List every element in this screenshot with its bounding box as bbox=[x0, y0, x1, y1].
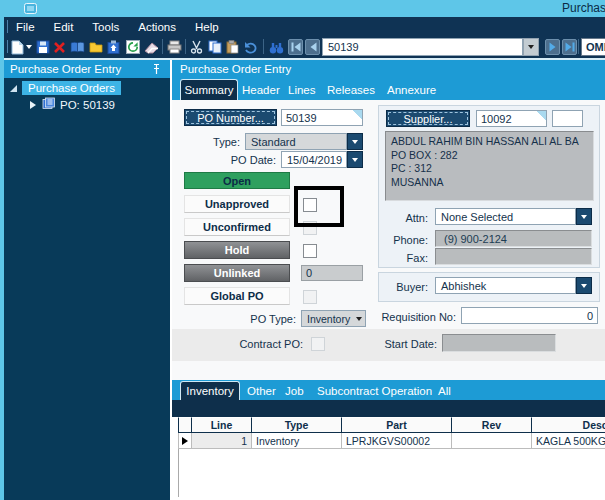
po-number-input[interactable]: 50139 bbox=[281, 109, 363, 126]
tab-summary[interactable]: Summary bbox=[180, 79, 238, 100]
address-line: PC : 312 bbox=[391, 162, 588, 176]
chevron-down-icon bbox=[352, 140, 358, 144]
delete-icon[interactable] bbox=[53, 39, 66, 55]
new-document-dropdown-icon[interactable] bbox=[26, 39, 32, 55]
status-open-button[interactable]: Open bbox=[184, 172, 290, 189]
grid-header-part[interactable]: Part bbox=[342, 417, 452, 433]
toolbar-separator bbox=[162, 39, 163, 54]
tree-node-purchase-orders[interactable]: Purchase Orders bbox=[22, 81, 121, 95]
open-book-icon[interactable] bbox=[70, 39, 85, 55]
undo-icon[interactable] bbox=[244, 39, 258, 55]
cell-description[interactable]: KAGLA 500KG/HR bbox=[532, 433, 605, 449]
menu-edit[interactable]: Edit bbox=[54, 21, 74, 33]
attn-value: None Selected bbox=[435, 208, 576, 225]
phone-field: (9) 900-2124 bbox=[435, 230, 592, 247]
record-combobox[interactable]: 50139 bbox=[322, 38, 539, 56]
po-number-button[interactable]: PO Number... bbox=[184, 109, 277, 126]
copy-icon[interactable] bbox=[208, 39, 222, 55]
tab-annexure[interactable]: Annexure bbox=[387, 84, 436, 96]
toolbar-separator bbox=[263, 39, 264, 54]
buyer-select[interactable]: Abhishek bbox=[435, 277, 592, 294]
po-book-icon bbox=[42, 97, 56, 112]
buyer-dropdown-button[interactable] bbox=[576, 277, 592, 294]
pin-icon[interactable] bbox=[152, 63, 161, 77]
tab-inventory[interactable]: Inventory bbox=[180, 381, 240, 400]
refresh-icon[interactable] bbox=[126, 39, 140, 55]
tab-other[interactable]: Other bbox=[247, 385, 276, 397]
grid-header-type[interactable]: Type bbox=[252, 417, 342, 433]
menu-file[interactable]: File bbox=[16, 21, 35, 33]
menu-help[interactable]: Help bbox=[195, 21, 219, 33]
window-left-border bbox=[0, 17, 4, 500]
next-record-button[interactable] bbox=[545, 39, 560, 55]
po-type-label: PO Type: bbox=[230, 313, 296, 325]
tab-header[interactable]: Header bbox=[242, 84, 280, 96]
status-unlinked-button[interactable]: Unlinked bbox=[184, 264, 290, 282]
tab-lines[interactable]: Lines bbox=[288, 84, 316, 96]
cell-part[interactable]: LPRJKGVS00002 bbox=[342, 433, 452, 449]
chevron-down-icon bbox=[528, 45, 534, 49]
supplier-button[interactable]: Supplier... bbox=[386, 110, 470, 127]
supplier-extra-input[interactable] bbox=[552, 110, 583, 127]
po-date-dropdown-button[interactable] bbox=[347, 151, 363, 168]
status-hold-button[interactable]: Hold bbox=[184, 241, 290, 259]
type-value: Standard bbox=[245, 133, 347, 150]
po-date-picker[interactable]: 15/04/2019 bbox=[281, 151, 363, 168]
grid-header-line[interactable]: Line bbox=[192, 417, 252, 433]
titlebar: Purchase bbox=[0, 0, 605, 17]
sidebar-header: Purchase Order Entry bbox=[4, 60, 170, 78]
chevron-down-icon bbox=[581, 215, 587, 219]
save-icon[interactable] bbox=[36, 39, 50, 55]
previous-record-button[interactable] bbox=[305, 39, 320, 55]
previous-record-icon bbox=[309, 42, 317, 52]
status-unapproved-button[interactable]: Unapproved bbox=[184, 195, 290, 213]
unlinked-count-field: 0 bbox=[301, 265, 363, 281]
requisition-label: Requisition No: bbox=[352, 311, 456, 323]
first-record-icon bbox=[291, 42, 301, 52]
status-unconfirmed-button[interactable]: Unconfirmed bbox=[184, 218, 290, 236]
requisition-input[interactable]: 0 bbox=[461, 307, 598, 324]
annotation-highlight-box bbox=[294, 186, 344, 227]
status-global-po-button[interactable]: Global PO bbox=[184, 287, 290, 305]
paste-icon[interactable] bbox=[226, 39, 239, 55]
type-dropdown-button[interactable] bbox=[347, 133, 363, 150]
new-document-icon[interactable] bbox=[10, 39, 24, 55]
cell-line[interactable]: 1 bbox=[192, 433, 252, 449]
last-record-button[interactable] bbox=[562, 39, 577, 55]
notes-folder-icon[interactable] bbox=[89, 39, 103, 55]
print-icon[interactable] bbox=[167, 39, 182, 55]
menu-actions[interactable]: Actions bbox=[138, 21, 176, 33]
grid-header-rev[interactable]: Rev bbox=[452, 417, 532, 433]
attn-dropdown-button[interactable] bbox=[576, 208, 592, 225]
find-binoculars-icon[interactable] bbox=[269, 39, 284, 55]
tree-node-po-50139[interactable]: PO: 50139 bbox=[60, 99, 115, 111]
hold-checkbox[interactable] bbox=[303, 244, 317, 258]
upload-clipboard-icon[interactable] bbox=[107, 39, 120, 55]
phone-label: Phone: bbox=[340, 234, 428, 246]
tab-all[interactable]: All bbox=[438, 385, 451, 397]
tab-releases[interactable]: Releases bbox=[327, 84, 375, 96]
row-selector-cell[interactable] bbox=[178, 433, 192, 449]
cell-rev[interactable] bbox=[452, 433, 532, 449]
collapsed-node-icon[interactable] bbox=[30, 101, 36, 109]
chevron-down-icon bbox=[352, 158, 358, 162]
attn-select[interactable]: None Selected bbox=[435, 208, 592, 225]
start-date-field bbox=[442, 334, 556, 352]
supplier-code-input[interactable]: 10092 bbox=[476, 110, 547, 127]
cut-icon[interactable] bbox=[190, 39, 203, 55]
expanded-node-icon[interactable] bbox=[10, 85, 17, 92]
tab-job[interactable]: Job bbox=[285, 385, 304, 397]
tab-subcontract-operation[interactable]: Subcontract Operation bbox=[317, 385, 432, 397]
currency-field[interactable]: OMR bbox=[581, 38, 605, 56]
cell-type[interactable]: Inventory bbox=[252, 433, 342, 449]
grid-selector-header bbox=[178, 417, 192, 433]
type-select[interactable]: Standard bbox=[245, 133, 363, 150]
first-record-button[interactable] bbox=[288, 39, 303, 55]
menubar: File Edit Tools Actions Help bbox=[0, 17, 605, 36]
grid-header-description[interactable]: Description bbox=[532, 417, 605, 433]
eraser-icon[interactable] bbox=[144, 39, 159, 55]
po-date-value[interactable]: 15/04/2019 bbox=[281, 151, 347, 168]
menu-tools[interactable]: Tools bbox=[92, 21, 119, 33]
record-number-value[interactable]: 50139 bbox=[322, 38, 523, 56]
record-dropdown-button[interactable] bbox=[523, 38, 539, 56]
